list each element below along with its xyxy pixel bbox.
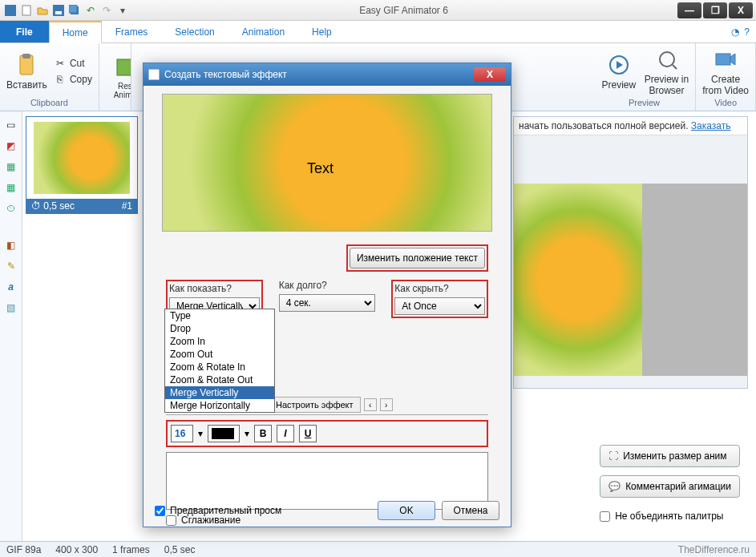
- svg-rect-13: [148, 69, 160, 80]
- tool-wand-icon[interactable]: ✎: [4, 259, 18, 273]
- dropdown-option[interactable]: Zoom Out: [165, 348, 274, 361]
- group-truncated: Res Anima: [99, 43, 131, 111]
- dropdown-option[interactable]: Drop: [165, 322, 274, 335]
- duration-select[interactable]: 4 сек.: [279, 294, 376, 312]
- hide-label: Как скрыть?: [394, 283, 485, 294]
- dropdown-option[interactable]: Type: [165, 309, 274, 322]
- comment-button[interactable]: 💬Комментарий агимации: [600, 475, 740, 498]
- close-button[interactable]: X: [729, 2, 753, 18]
- show-label: Как показать?: [169, 283, 260, 294]
- tab-frames[interactable]: Frames: [102, 21, 162, 42]
- tool-crop-icon[interactable]: ◩: [4, 139, 18, 153]
- tool-text-icon[interactable]: a: [4, 280, 18, 294]
- frame-time: ⏱ 0,5 sec: [31, 200, 75, 212]
- tab-nav-right[interactable]: ›: [380, 398, 393, 411]
- duration-label: Как долго?: [279, 280, 376, 291]
- frame-thumbnail[interactable]: ⏱ 0,5 sec #1: [26, 116, 138, 214]
- app-icon: [3, 3, 18, 18]
- create-from-video-button[interactable]: Create from Video: [702, 46, 749, 96]
- font-toolbar: 16▾ ▾ B I U: [171, 425, 483, 442]
- resize-anim-button[interactable]: ⛶Изменить размер аним: [600, 445, 740, 467]
- minimize-button[interactable]: —: [677, 2, 701, 18]
- hide-select[interactable]: At Once: [394, 297, 485, 315]
- dialog-titlebar[interactable]: Создать текстовый эффект X: [144, 63, 511, 86]
- svg-line-11: [673, 65, 677, 69]
- svg-rect-7: [22, 54, 30, 59]
- svg-rect-12: [716, 54, 730, 65]
- status-bar: GIF 89a 400 x 300 1 frames 0,5 sec TheDi…: [0, 541, 756, 557]
- status-dims: 400 x 300: [55, 544, 98, 555]
- paste-label: Вставить: [6, 79, 47, 91]
- new-icon[interactable]: [19, 3, 34, 18]
- group-video: Create from Video Video: [696, 43, 756, 111]
- trial-notice: начать пользоваться полной версией. Зака…: [514, 117, 747, 135]
- font-size-dropdown-icon[interactable]: ▾: [198, 428, 203, 439]
- svg-rect-0: [5, 5, 16, 16]
- undo-icon[interactable]: ↶: [83, 3, 98, 18]
- dialog-close-button[interactable]: X: [474, 67, 506, 82]
- saveall-icon[interactable]: [67, 3, 82, 18]
- group-label: Clipboard: [6, 96, 92, 107]
- copy-button[interactable]: ⎘Copy: [54, 73, 92, 86]
- cancel-button[interactable]: Отмена: [442, 501, 499, 520]
- tool-film-icon[interactable]: ▦: [4, 159, 18, 174]
- order-link[interactable]: Заказать: [691, 120, 731, 131]
- cut-button[interactable]: ✂Cut: [54, 57, 92, 70]
- tab-home[interactable]: Home: [49, 21, 102, 43]
- quick-access-toolbar: ↶ ↷ ▾: [3, 3, 130, 18]
- font-color-dropdown-icon[interactable]: ▾: [245, 428, 249, 439]
- file-menu[interactable]: File: [0, 21, 49, 42]
- group-label: Preview: [600, 96, 689, 107]
- ribbon-tabs: File Home Frames Selection Animation Hel…: [0, 21, 756, 43]
- style-icon[interactable]: ◔: [731, 26, 739, 38]
- tool-layers-icon[interactable]: ◧: [4, 238, 18, 252]
- dropdown-option[interactable]: Zoom & Rotate Out: [165, 373, 274, 386]
- no-combine-check[interactable]: Не объединять палитры: [600, 511, 740, 522]
- preview-button[interactable]: Preview: [600, 52, 638, 91]
- paste-button[interactable]: Вставить: [6, 52, 47, 91]
- tool-select-icon[interactable]: ▭: [4, 118, 18, 132]
- ok-button[interactable]: OK: [378, 501, 435, 520]
- svg-point-10: [660, 52, 674, 67]
- tab-help[interactable]: Help: [298, 21, 346, 42]
- font-size-input[interactable]: 16: [171, 425, 193, 442]
- font-color-picker[interactable]: [208, 425, 240, 442]
- italic-button[interactable]: I: [277, 425, 294, 442]
- svg-rect-5: [69, 5, 77, 13]
- text-effect-dialog: Создать текстовый эффект X Text Изменить…: [143, 63, 511, 527]
- show-dropdown-list[interactable]: TypeDropZoom InZoom OutZoom & Rotate InZ…: [164, 309, 275, 413]
- save-icon[interactable]: [51, 3, 66, 18]
- maximize-button[interactable]: ❐: [703, 2, 727, 18]
- help-icon[interactable]: ?: [744, 26, 750, 38]
- svg-rect-3: [55, 11, 62, 14]
- dropdown-option[interactable]: Merge Vertically: [165, 386, 274, 399]
- dropdown-option[interactable]: Merge Horizontally: [165, 399, 274, 412]
- status-frames: 1 frames: [112, 544, 150, 555]
- bold-button[interactable]: B: [254, 425, 272, 442]
- preview-panel: начать пользоваться полной версией. Зака…: [513, 116, 748, 389]
- text-preview: Text: [162, 94, 492, 232]
- frames-panel: ⏱ 0,5 sec #1: [26, 116, 138, 214]
- tab-animation[interactable]: Animation: [228, 21, 298, 42]
- comment-icon: 💬: [608, 481, 621, 492]
- redo-icon[interactable]: ↷: [99, 3, 114, 18]
- tool-clock-icon[interactable]: ⏲: [4, 201, 18, 216]
- tool-film2-icon[interactable]: ▦: [4, 180, 18, 195]
- tab-selection[interactable]: Selection: [161, 21, 228, 42]
- underline-button[interactable]: U: [299, 425, 317, 442]
- tool-image-icon[interactable]: ▧: [4, 301, 18, 315]
- tab-nav-left[interactable]: ‹: [364, 398, 377, 411]
- preview-text-label: Text: [307, 160, 334, 177]
- status-time: 0,5 sec: [164, 544, 196, 555]
- dropdown-option[interactable]: Zoom In: [165, 335, 274, 348]
- tab-configure-effect[interactable]: Настроить эффект: [269, 397, 361, 413]
- dropdown-option[interactable]: Zoom & Rotate In: [165, 361, 274, 373]
- preview-check[interactable]: Предварительный просм: [155, 505, 281, 516]
- resize-icon: ⛶: [608, 450, 618, 462]
- dialog-icon: [148, 69, 160, 80]
- resize-anim-button[interactable]: Res Anima: [106, 54, 131, 99]
- preview-browser-button[interactable]: Preview in Browser: [645, 46, 689, 96]
- qat-dropdown-icon[interactable]: ▾: [115, 3, 130, 18]
- change-position-button[interactable]: Изменить положение текст: [350, 248, 485, 268]
- open-icon[interactable]: [35, 3, 50, 18]
